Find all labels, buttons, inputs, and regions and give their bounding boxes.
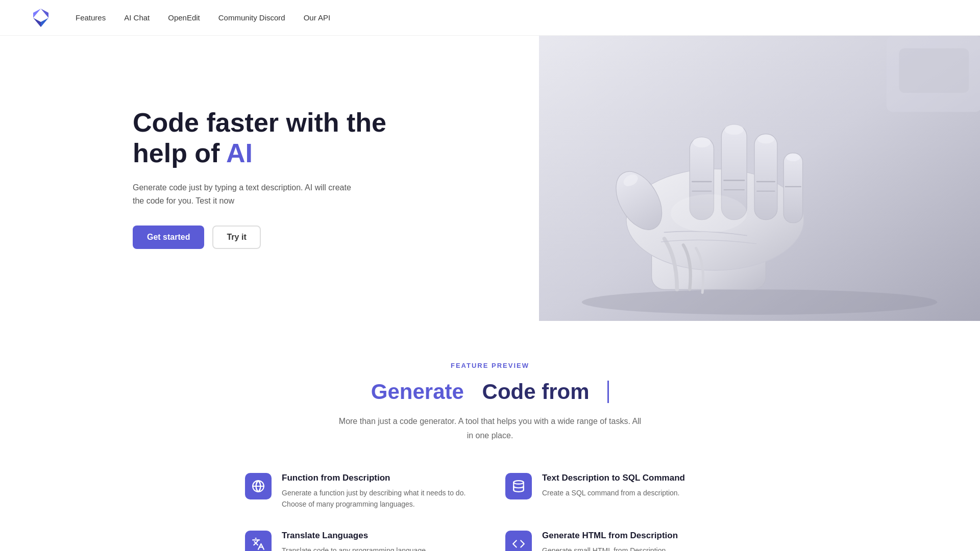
feature-title-translate: Translate Languages — [282, 531, 428, 541]
feature-desc-translate: Translate code to any programming langua… — [282, 545, 428, 551]
feature-item-sql: Text Description to SQL Command Create a… — [505, 473, 735, 510]
svg-rect-12 — [754, 134, 777, 220]
hero-subtitle: Generate code just by typing a text desc… — [133, 181, 352, 207]
svg-rect-27 — [899, 48, 969, 93]
translate-icon — [252, 537, 265, 550]
navbar: Features AI Chat OpenEdit Community Disc… — [0, 0, 980, 36]
feature-text-sql: Text Description to SQL Command Create a… — [542, 473, 685, 498]
svg-point-32 — [513, 481, 524, 484]
hero-section: Code faster with the help of AI Generate… — [0, 36, 980, 321]
database-icon — [512, 480, 525, 493]
feature-title-sql: Text Description to SQL Command — [542, 473, 685, 483]
feature-desc-sql: Create a SQL command from a description. — [542, 487, 685, 498]
nav-links: Features AI Chat OpenEdit Community Disc… — [76, 13, 330, 22]
svg-rect-13 — [783, 153, 802, 223]
nav-features[interactable]: Features — [76, 13, 106, 22]
nav-our-api[interactable]: Our API — [304, 13, 331, 22]
cursor-icon — [607, 381, 609, 403]
svg-point-21 — [693, 137, 710, 147]
feature-preview-label: FEATURE PREVIEW — [31, 362, 949, 369]
try-it-button[interactable]: Try it — [212, 226, 260, 249]
feature-title-function: Function from Description — [282, 473, 475, 483]
hero-ai-accent: AI — [226, 138, 253, 168]
feature-title-dark: Code from — [482, 380, 590, 404]
svg-point-22 — [725, 124, 744, 135]
svg-point-23 — [757, 135, 774, 143]
features-section: FEATURE PREVIEW Generate Code from More … — [0, 321, 980, 551]
features-grid: Function from Description Generate a fun… — [245, 473, 735, 551]
nav-community-discord[interactable]: Community Discord — [218, 13, 285, 22]
feature-item-html: Generate HTML from Description Generate … — [505, 531, 735, 551]
hero-buttons: Get started Try it — [133, 226, 508, 249]
svg-point-28 — [671, 194, 747, 233]
feature-item-function: Function from Description Generate a fun… — [245, 473, 475, 510]
feature-description: More than just a code generator. A tool … — [337, 414, 643, 442]
globe-icon-box — [245, 473, 272, 499]
hero-content: Code faster with the help of AI Generate… — [0, 36, 539, 321]
feature-title-colored: Generate — [371, 380, 464, 404]
nav-ai-chat[interactable]: AI Chat — [124, 13, 150, 22]
svg-point-24 — [786, 154, 800, 161]
feature-item-translate: Translate Languages Translate code to an… — [245, 531, 475, 551]
svg-marker-4 — [36, 15, 46, 21]
feature-title-html: Generate HTML from Description — [542, 531, 678, 541]
translate-icon-box — [245, 531, 272, 551]
get-started-button[interactable]: Get started — [133, 226, 204, 249]
feature-desc-html: Generate small HTML from Description. — [542, 545, 678, 551]
logo[interactable] — [31, 8, 51, 28]
code-icon — [512, 537, 525, 550]
database-icon-box — [505, 473, 532, 499]
globe-icon — [252, 480, 265, 493]
feature-text-translate: Translate Languages Translate code to an… — [282, 531, 428, 551]
code-icon-box — [505, 531, 532, 551]
nav-openedit[interactable]: OpenEdit — [168, 13, 200, 22]
hero-image — [539, 36, 980, 321]
svg-point-6 — [582, 289, 937, 315]
feature-title: Generate Code from — [31, 380, 949, 404]
feature-desc-function: Generate a function just by describing w… — [282, 487, 475, 510]
hero-title: Code faster with the help of AI — [133, 108, 508, 169]
feature-text-function: Function from Description Generate a fun… — [282, 473, 475, 510]
feature-text-html: Generate HTML from Description Generate … — [542, 531, 678, 551]
